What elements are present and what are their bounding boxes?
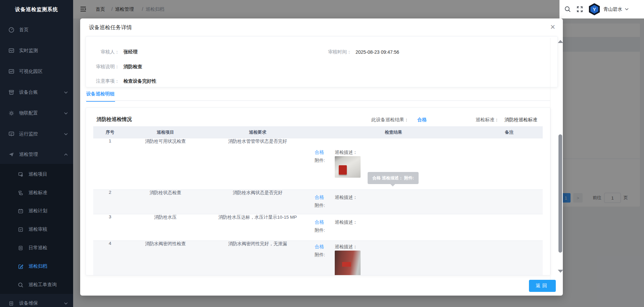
review-desc-label: 审核说明：: [86, 64, 119, 70]
navbar-user-zone: Y 青山碧水: [559, 0, 644, 18]
desc-label: 巡检描述：: [335, 219, 358, 225]
paper-plane-icon: [8, 151, 14, 158]
inspection-item: 消防栓状态检查: [127, 190, 204, 196]
desc-label: 巡检描述：: [335, 149, 361, 156]
sidebar-item-daily-inspection[interactable]: 日常巡检: [0, 239, 79, 256]
scroll-track-divider: [550, 38, 550, 292]
sidebar: 设备巡检监测系统 首页 实时监测 可视化园区 设备台账 物联配置 运行监控: [0, 0, 73, 307]
scroll-up-arrow[interactable]: [558, 40, 563, 43]
table-row: 4 消防水阀密闭性检查 消防水阀密闭性完好，无泄漏 合格附件: 巡检描述：: [93, 241, 543, 276]
inspection-item: 消防栓可用状况检查: [127, 138, 204, 144]
avatar-logo: Y: [590, 5, 599, 14]
attachment-photo[interactable]: [335, 156, 361, 178]
sidebar-item-realtime-monitor[interactable]: 实时监测: [0, 42, 73, 59]
inspection-item: 消防水阀密闭性检查: [127, 241, 204, 247]
notes-value: 检查设备完好性: [123, 78, 156, 84]
inspection-requirement: 消防栓水压达标，水压计显示10-15 MP: [204, 214, 311, 220]
sidebar-item-home[interactable]: 首页: [0, 21, 73, 38]
check-square-icon: [18, 227, 24, 232]
review-time-value: 2025-08-23 09:47:56: [356, 49, 399, 55]
attachment-label: 附件:: [315, 227, 330, 233]
sidebar-item-operation-monitor[interactable]: 运行监控: [0, 126, 73, 142]
chevron-down-icon: [64, 112, 68, 115]
chart-monitor-icon: [8, 48, 14, 54]
sidebar-item-equipment-maintenance[interactable]: 设备维保: [0, 295, 73, 307]
avatar[interactable]: Y: [588, 3, 600, 15]
review-time-label: 审核时间：: [328, 49, 352, 55]
inspection-card-header: 消防栓巡检情况 此设备巡检结果： 合格 巡检标准： 消防栓巡检标准: [86, 108, 550, 126]
remark-cell: [476, 190, 543, 214]
chevron-down-icon: [64, 91, 68, 94]
doc-search-icon: [18, 172, 24, 177]
device-result-value: 合格: [417, 117, 427, 123]
task-detail-modal: 设备巡检任务详情 ✕ 审核人： 张经理 审核时间： 2025-08-23 09:…: [80, 18, 563, 296]
inspection-item: 消防栓水压: [127, 214, 204, 220]
remark-cell: [476, 138, 543, 190]
standard-label: 巡检标准：: [476, 117, 499, 123]
chevron-down-icon[interactable]: [625, 8, 629, 10]
sidebar-item-inspection-audit[interactable]: 巡检审核: [0, 221, 79, 238]
sidebar-item-iot-config[interactable]: 物联配置: [0, 105, 73, 122]
fullscreen-icon[interactable]: [577, 6, 583, 12]
review-desc-value: 消防检查: [123, 64, 142, 70]
tab-inspection-detail[interactable]: 设备巡检明细: [86, 91, 115, 102]
review-info-card: 审核人： 张经理 审核时间： 2025-08-23 09:47:56 审核说明：…: [86, 36, 558, 87]
table-row: 2 消防栓状态检查 消防栓水阀状态是否完好 合格附件: 巡检描述：: [93, 190, 543, 214]
desc-label: 巡检描述：: [335, 194, 358, 201]
column-header-requirement: 巡检要求: [204, 126, 311, 138]
chevron-up-icon: [64, 154, 68, 156]
modal-overlay[interactable]: [559, 18, 644, 307]
sidebar-item-inspection-archive[interactable]: 巡检归档: [0, 258, 79, 275]
archive-box-icon: [8, 89, 14, 95]
sidebar-item-inspection-standards[interactable]: 巡检标准: [0, 184, 79, 201]
calendar-icon: [18, 208, 24, 214]
journal-icon: [18, 245, 24, 251]
scroll-down-arrow[interactable]: [558, 270, 563, 273]
sidebar-item-inspection-items[interactable]: 巡检项目: [0, 166, 79, 183]
close-icon[interactable]: ✕: [548, 23, 557, 31]
sidebar-item-inspection-plans[interactable]: 巡检计划: [0, 203, 79, 219]
chevron-down-icon: [64, 302, 68, 305]
table-row: 1 消防栓可用状况检查 消防栓水管管带状态是否完好 合格附件: 巡检描述：: [93, 138, 543, 190]
column-header-no: 序号: [93, 126, 127, 138]
notes-label: 注意事项：: [86, 78, 119, 84]
result-pass: 合格: [315, 219, 330, 225]
section-title: 消防栓巡检情况: [97, 116, 132, 123]
sidebar-item-inspection-mgmt[interactable]: 巡检管理: [0, 146, 73, 163]
result-pass: 合格: [315, 149, 330, 156]
tab-bar: 设备巡检明细: [86, 90, 550, 101]
remark-cell: [476, 214, 543, 241]
scrollbar-thumb[interactable]: [558, 134, 562, 253]
reviewer-value: 张经理: [123, 49, 138, 55]
device-result-label: 此设备巡检结果：: [371, 117, 409, 123]
sidebar-item-visual-park[interactable]: 可视化园区: [0, 63, 73, 80]
inspection-requirement: 消防水阀密闭性完好，无泄漏: [204, 241, 311, 247]
attachment-label: 附件:: [315, 252, 330, 258]
park-view-icon: [8, 69, 14, 75]
result-pass: 合格: [315, 194, 330, 201]
monitor-check-icon: [8, 131, 14, 137]
search-icon[interactable]: [565, 6, 571, 12]
column-header-item: 巡检项目: [127, 126, 204, 138]
desc-label: 巡检描述：: [335, 244, 361, 250]
column-header-remark: 备注: [476, 126, 543, 138]
search-icon: [18, 282, 24, 288]
sidebar-item-workorder-query[interactable]: 巡检工单查询: [0, 276, 79, 293]
attachment-label: 附件:: [315, 158, 330, 164]
sidebar-item-equipment-ledger[interactable]: 设备台账: [0, 84, 73, 101]
attachment-photo[interactable]: [335, 251, 361, 275]
back-button[interactable]: 返回: [529, 280, 556, 292]
inspection-detail-card: 消防栓巡检情况 此设备巡检结果： 合格 巡检标准： 消防栓巡检标准 序号 巡检项…: [86, 107, 551, 275]
edit-pen-icon: [18, 264, 24, 269]
modal-title: 设备巡检任务详情: [89, 24, 132, 31]
chevron-down-icon: [64, 133, 68, 135]
inspection-requirement: 消防栓水阀状态是否完好: [204, 190, 311, 196]
remark-cell: [476, 241, 543, 276]
dashboard-icon: [8, 27, 14, 33]
inspection-requirement: 消防栓水管管带状态是否完好: [204, 138, 311, 144]
username[interactable]: 青山碧水: [603, 6, 622, 12]
standard-value: 消防栓巡检标准: [504, 117, 537, 123]
list-tree-icon: [18, 190, 24, 196]
column-header-result: 检查结果: [311, 126, 476, 138]
reviewer-label: 审核人：: [86, 49, 119, 55]
